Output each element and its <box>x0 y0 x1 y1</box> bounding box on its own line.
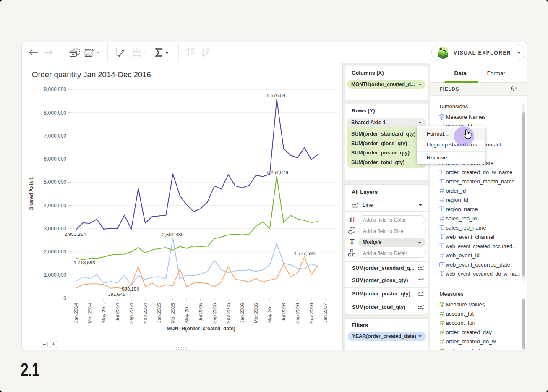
svg-text:4,000,000: 4,000,000 <box>44 203 67 209</box>
svg-text:Sep 2015: Sep 2015 <box>212 303 217 324</box>
svg-text:5,254,876: 5,254,876 <box>266 170 288 175</box>
svg-text:1,777,598: 1,777,598 <box>294 251 315 256</box>
svg-text:0: 0 <box>63 295 66 301</box>
svg-text:391,645: 391,645 <box>108 292 125 297</box>
svg-text:Nov 2016: Nov 2016 <box>309 303 314 324</box>
svg-text:8,576,841: 8,576,841 <box>266 93 288 98</box>
svg-text:9,000,000: 9,000,000 <box>44 86 67 92</box>
svg-text:5,000,000: 5,000,000 <box>44 179 67 185</box>
svg-text:MONTH(order_created_date): MONTH(order_created_date) <box>167 326 235 332</box>
svg-text:May 20...: May 20... <box>267 303 272 323</box>
svg-text:7,000,000: 7,000,000 <box>44 133 67 139</box>
svg-text:Sep 2014: Sep 2014 <box>129 303 134 324</box>
svg-text:588,150: 588,150 <box>122 287 139 292</box>
svg-text:Jul 2014: Jul 2014 <box>115 303 120 321</box>
svg-text:Jan 2017: Jan 2017 <box>323 303 328 323</box>
svg-text:Sep 2016: Sep 2016 <box>295 303 300 324</box>
svg-text:2,953,214: 2,953,214 <box>64 232 86 237</box>
svg-text:Mar 2014: Mar 2014 <box>87 303 92 323</box>
svg-text:1,718,686: 1,718,686 <box>73 260 95 265</box>
svg-text:Jan 2014: Jan 2014 <box>73 303 78 323</box>
svg-text:Jul 2015: Jul 2015 <box>198 303 203 321</box>
svg-text:Mar 2015: Mar 2015 <box>170 303 175 324</box>
svg-text:May 20...: May 20... <box>184 303 189 323</box>
svg-text:Nov 2014: Nov 2014 <box>143 303 148 324</box>
svg-text:May 20...: May 20... <box>101 303 106 323</box>
svg-text:Mar 2016: Mar 2016 <box>253 303 258 324</box>
svg-text:8,000,000: 8,000,000 <box>44 110 67 116</box>
svg-text:Shared Axis 1: Shared Axis 1 <box>29 177 34 210</box>
svg-text:2,000,000: 2,000,000 <box>44 249 67 255</box>
svg-text:1,000,000: 1,000,000 <box>44 272 67 278</box>
svg-text:Jan 2015: Jan 2015 <box>157 303 162 323</box>
svg-text:3,000,000: 3,000,000 <box>44 226 67 232</box>
svg-text:Nov 2015: Nov 2015 <box>226 303 231 324</box>
svg-text:6,000,000: 6,000,000 <box>44 156 67 162</box>
svg-text:2,591,439: 2,591,439 <box>162 232 183 237</box>
svg-text:Jan 2016: Jan 2016 <box>240 303 245 323</box>
svg-text:Jul 2016: Jul 2016 <box>281 303 286 321</box>
